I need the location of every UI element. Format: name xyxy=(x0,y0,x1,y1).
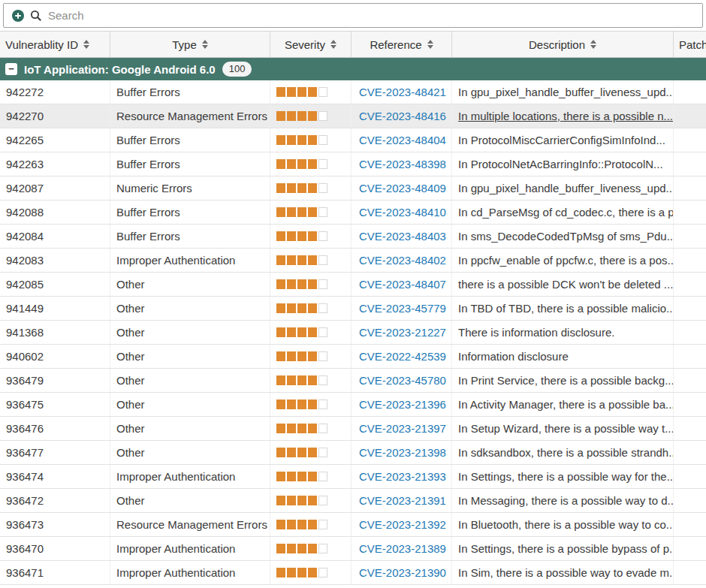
reference-link[interactable]: CVE-2023-21393 xyxy=(359,470,446,483)
reference-cell: CVE-2023-48410 xyxy=(351,201,452,224)
reference-cell: CVE-2023-21397 xyxy=(351,417,452,440)
column-header-patch[interactable]: Patch xyxy=(674,32,706,57)
reference-link[interactable]: CVE-2023-21390 xyxy=(359,566,446,579)
table-row[interactable]: 942087 Numeric Errors CVE-2023-48409 In … xyxy=(0,176,706,201)
severity-block xyxy=(308,568,317,577)
column-label: Severity xyxy=(285,38,325,51)
severity-cell xyxy=(270,128,351,152)
reference-cell: CVE-2023-21393 xyxy=(351,465,452,488)
vulnerability-id-cell: 942085 xyxy=(0,273,110,296)
severity-block xyxy=(287,255,296,265)
patch-cell xyxy=(674,104,706,128)
severity-meter xyxy=(276,327,327,337)
severity-block xyxy=(297,327,306,337)
description-text: In sdksandbox, there is a possible stran… xyxy=(458,446,674,459)
reference-link[interactable]: CVE-2023-21391 xyxy=(359,494,446,507)
severity-meter xyxy=(276,183,327,193)
severity-block xyxy=(287,207,296,217)
table-row[interactable]: 940602 Other CVE-2022-42539 Information … xyxy=(0,345,706,369)
reference-link[interactable]: CVE-2022-42539 xyxy=(359,350,446,363)
description-text: In Messaging, there is a possible way to… xyxy=(458,494,674,507)
table-row[interactable]: 936473 Resource Management Errors CVE-20… xyxy=(0,513,706,537)
patch-cell xyxy=(674,537,706,560)
table-row[interactable]: 942083 Improper Authentication CVE-2023-… xyxy=(0,249,706,273)
severity-block xyxy=(297,424,306,433)
patch-cell xyxy=(674,176,706,200)
column-header-description[interactable]: Description xyxy=(452,32,674,57)
table-row[interactable]: 942265 Buffer Errors CVE-2023-48404 In P… xyxy=(0,128,706,152)
column-header-type[interactable]: Type xyxy=(110,32,270,57)
description-text: In Setup Wizard, there is a possible way… xyxy=(458,422,674,435)
reference-cell: CVE-2023-45779 xyxy=(351,297,452,320)
severity-cell xyxy=(270,441,351,464)
reference-link[interactable]: CVE-2023-48416 xyxy=(359,110,446,122)
table-row[interactable]: 936472 Other CVE-2023-21391 In Messaging… xyxy=(0,489,706,513)
reference-link[interactable]: CVE-2023-21398 xyxy=(359,446,446,459)
vulnerability-id-cell: 942270 xyxy=(0,104,110,128)
severity-block xyxy=(297,135,306,145)
vulnerability-table: Vulnerablity ID Type Severity Reference … xyxy=(0,31,706,585)
reference-link[interactable]: CVE-2023-45780 xyxy=(359,374,446,387)
column-header-reference[interactable]: Reference xyxy=(351,32,452,57)
vulnerability-browser: Vulnerablity ID Type Severity Reference … xyxy=(0,3,706,585)
reference-link[interactable]: CVE-2023-21397 xyxy=(359,422,446,435)
table-row[interactable]: 936471 Improper Authentication CVE-2023-… xyxy=(0,561,706,585)
sort-icon xyxy=(427,40,433,49)
reference-link[interactable]: CVE-2023-45779 xyxy=(359,302,446,315)
table-row[interactable]: 942085 Other CVE-2023-48407 there is a p… xyxy=(0,273,706,297)
table-row[interactable]: 942272 Buffer Errors CVE-2023-48421 In g… xyxy=(0,80,706,104)
reference-link[interactable]: CVE-2023-21392 xyxy=(359,518,446,531)
severity-cell xyxy=(270,369,351,392)
reference-link[interactable]: CVE-2023-21227 xyxy=(359,326,446,339)
reference-link[interactable]: CVE-2023-21389 xyxy=(359,542,446,555)
add-button[interactable] xyxy=(11,9,24,22)
table-row[interactable]: 942088 Buffer Errors CVE-2023-48410 In c… xyxy=(0,201,706,225)
reference-link[interactable]: CVE-2023-48404 xyxy=(359,134,446,146)
reference-link[interactable]: CVE-2023-48403 xyxy=(359,230,446,243)
table-row[interactable]: 936474 Improper Authentication CVE-2023-… xyxy=(0,465,706,489)
patch-cell xyxy=(674,128,706,152)
table-row[interactable]: 942263 Buffer Errors CVE-2023-48398 In P… xyxy=(0,152,706,176)
reference-link[interactable]: CVE-2023-21396 xyxy=(359,398,446,411)
table-row[interactable]: 941449 Other CVE-2023-45779 In TBD of TB… xyxy=(0,297,706,321)
reference-link[interactable]: CVE-2023-48407 xyxy=(359,278,446,291)
column-label: Description xyxy=(529,38,585,51)
severity-block xyxy=(287,351,296,361)
severity-block xyxy=(287,568,296,577)
type-cell: Other xyxy=(110,345,270,368)
reference-link[interactable]: CVE-2023-48398 xyxy=(359,158,446,170)
severity-block xyxy=(297,400,306,409)
table-row[interactable]: 936470 Improper Authentication CVE-2023-… xyxy=(0,537,706,561)
description-cell: In Settings, there is a possible way for… xyxy=(452,465,674,488)
severity-cell xyxy=(270,321,351,344)
severity-block xyxy=(308,207,317,217)
severity-block xyxy=(297,87,306,97)
severity-block xyxy=(318,544,327,553)
description-cell: In Print Service, there is a possible ba… xyxy=(452,369,674,392)
description-text: In multiple locations, there is a possib… xyxy=(458,110,673,122)
severity-cell xyxy=(270,225,351,248)
column-header-vulnerability-id[interactable]: Vulnerablity ID xyxy=(0,32,110,57)
severity-block xyxy=(308,303,317,313)
table-row[interactable]: 942270 Resource Management Errors CVE-20… xyxy=(0,104,706,128)
patch-cell xyxy=(674,417,706,440)
column-header-severity[interactable]: Severity xyxy=(270,32,351,57)
description-text: In Bluetooth, there is a possible way to… xyxy=(458,518,674,531)
severity-block xyxy=(308,448,317,457)
table-row[interactable]: 936479 Other CVE-2023-45780 In Print Ser… xyxy=(0,369,706,393)
table-row[interactable]: 941368 Other CVE-2023-21227 There is inf… xyxy=(0,321,706,345)
table-row[interactable]: 936475 Other CVE-2023-21396 In Activity … xyxy=(0,393,706,417)
reference-link[interactable]: CVE-2023-48421 xyxy=(359,86,446,98)
description-cell: there is a possible DCK won't be deleted… xyxy=(452,273,674,296)
reference-link[interactable]: CVE-2023-48409 xyxy=(359,182,446,194)
table-row[interactable]: 942084 Buffer Errors CVE-2023-48403 In s… xyxy=(0,225,706,249)
severity-cell xyxy=(270,537,351,560)
table-row[interactable]: 936477 Other CVE-2023-21398 In sdksandbo… xyxy=(0,441,706,465)
collapse-group-button[interactable]: − xyxy=(5,63,17,75)
search-input[interactable] xyxy=(48,9,695,22)
severity-block xyxy=(287,448,296,457)
reference-link[interactable]: CVE-2023-48410 xyxy=(359,206,446,219)
reference-link[interactable]: CVE-2023-48402 xyxy=(359,254,446,267)
severity-meter xyxy=(276,424,327,433)
table-row[interactable]: 936476 Other CVE-2023-21397 In Setup Wiz… xyxy=(0,417,706,441)
